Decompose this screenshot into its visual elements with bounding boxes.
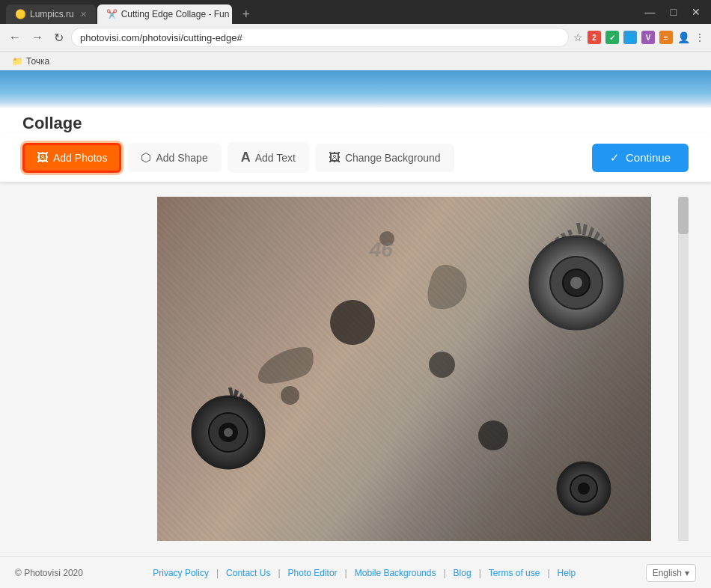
title-bar: 🟡 Lumpics.ru ✕ ✂️ Cutting Edge Collage -… — [0, 0, 711, 24]
sep-1: | — [216, 568, 219, 578]
tab1-close[interactable]: ✕ — [80, 10, 87, 19]
tabs-area: 🟡 Lumpics.ru ✕ ✂️ Cutting Edge Collage -… — [6, 0, 256, 24]
change-background-button[interactable]: 🖼 Change Background — [315, 144, 454, 172]
bookmark-item-tochka[interactable]: 📁 Точка — [6, 55, 55, 68]
add-shape-button[interactable]: ⬡ Add Shape — [127, 143, 221, 172]
tab-lumpics[interactable]: 🟡 Lumpics.ru ✕ — [6, 4, 96, 24]
sep-6: | — [547, 568, 549, 578]
svg-point-10 — [578, 483, 590, 494]
address-input[interactable] — [71, 28, 569, 47]
canvas-area: 46 — [157, 197, 678, 541]
gear-large — [513, 219, 640, 346]
maximize-button[interactable]: □ — [666, 4, 681, 19]
scroll-thumb[interactable] — [678, 197, 689, 234]
gear-small — [554, 459, 614, 518]
language-label: English — [653, 568, 682, 578]
privacy-policy-link[interactable]: Privacy Policy — [148, 568, 213, 578]
bookmark-bar: 📁 Точка — [0, 51, 711, 70]
language-arrow-icon: ▾ — [685, 568, 689, 578]
tab-photovisi[interactable]: ✂️ Cutting Edge Collage - Fun | Pho... ✕ — [97, 4, 232, 24]
new-tab-button[interactable]: + — [237, 4, 256, 24]
editor-toolbar: 🖼 Add Photos ⬡ Add Shape A Add Text 🖼 Ch… — [0, 133, 711, 182]
spot-1 — [330, 300, 375, 345]
sep-3: | — [345, 568, 347, 578]
help-link[interactable]: Help — [553, 568, 581, 578]
svg-point-7 — [224, 428, 233, 437]
tab1-label: Lumpics.ru — [30, 9, 74, 19]
sep-5: | — [479, 568, 481, 578]
ext-icon-5[interactable]: ≡ — [659, 31, 673, 44]
refresh-button[interactable]: ↻ — [51, 28, 67, 48]
page-footer: © Photovisi 2020 Privacy Policy | Contac… — [0, 556, 711, 588]
spot-2 — [429, 352, 455, 378]
continue-button[interactable]: ✓ Continue — [592, 144, 689, 172]
continue-check-icon: ✓ — [610, 151, 620, 165]
ext-icon-2[interactable]: ✓ — [605, 31, 619, 44]
add-shape-icon: ⬡ — [141, 150, 151, 165]
collage-title-bar: Collage — [0, 108, 711, 133]
add-photos-label: Add Photos — [53, 152, 107, 164]
spot-4 — [281, 386, 299, 405]
add-photos-button[interactable]: 🖼 Add Photos — [22, 143, 121, 173]
scroll-track[interactable] — [678, 197, 689, 541]
address-icons: ☆ 2 ✓ 🌐 V ≡ 👤 ⋮ — [573, 31, 705, 44]
ext-icon-3[interactable]: 🌐 — [623, 31, 637, 44]
collage-canvas[interactable]: 46 — [157, 197, 651, 541]
page-wrapper: Collage 🖼 Add Photos ⬡ Add Shape A Add T… — [0, 70, 711, 588]
blog-link[interactable]: Blog — [449, 568, 476, 578]
photo-editor-link[interactable]: Photo Editor — [284, 568, 342, 578]
menu-icon[interactable]: ⋮ — [695, 31, 705, 43]
page-title: Collage — [22, 114, 82, 132]
gear-medium — [180, 384, 277, 481]
forward-button[interactable]: → — [28, 28, 46, 47]
sep-2: | — [278, 568, 280, 578]
ext-icon-4[interactable]: V — [641, 31, 655, 44]
change-background-label: Change Background — [345, 152, 441, 164]
back-button[interactable]: ← — [6, 28, 24, 47]
tab2-favicon: ✂️ — [106, 9, 117, 19]
editor-main: 46 — [0, 182, 711, 556]
add-photos-icon: 🖼 — [37, 151, 49, 165]
terms-of-use-link[interactable]: Terms of use — [484, 568, 545, 578]
close-button[interactable]: ✕ — [687, 4, 705, 19]
sep-4: | — [443, 568, 445, 578]
browser-chrome: 🟡 Lumpics.ru ✕ ✂️ Cutting Edge Collage -… — [0, 0, 711, 70]
bookmark-label: Точка — [26, 56, 49, 67]
contact-us-link[interactable]: Contact Us — [222, 568, 275, 578]
continue-label: Continue — [626, 151, 671, 164]
ext-icon-1[interactable]: 2 — [588, 31, 601, 44]
svg-point-3 — [570, 277, 582, 289]
add-text-button[interactable]: A Add Text — [228, 142, 309, 173]
spot-3 — [478, 420, 508, 450]
bookmark-star-icon[interactable]: ☆ — [573, 31, 583, 43]
canvas-number: 46 — [370, 238, 393, 262]
window-controls: — □ ✕ — [641, 4, 705, 19]
tab2-label: Cutting Edge Collage - Fun | Pho... — [121, 9, 232, 19]
copyright: © Photovisi 2020 — [15, 568, 83, 578]
address-bar: ← → ↻ ☆ 2 ✓ 🌐 V ≡ 👤 ⋮ — [0, 24, 711, 51]
change-bg-icon: 🖼 — [329, 151, 341, 165]
profile-icon[interactable]: 👤 — [677, 31, 690, 43]
footer-links: Privacy Policy | Contact Us | Photo Edit… — [148, 568, 580, 578]
wave-header — [0, 70, 711, 108]
language-selector[interactable]: English ▾ — [646, 564, 696, 582]
bookmark-favicon: 📁 — [12, 56, 23, 67]
add-text-label: Add Text — [255, 152, 296, 164]
minimize-button[interactable]: — — [641, 4, 660, 19]
left-panel — [22, 197, 157, 541]
tab1-favicon: 🟡 — [15, 9, 25, 19]
add-shape-label: Add Shape — [156, 152, 207, 164]
mobile-backgrounds-link[interactable]: Mobile Backgrounds — [350, 568, 441, 578]
add-text-icon: A — [241, 150, 251, 165]
